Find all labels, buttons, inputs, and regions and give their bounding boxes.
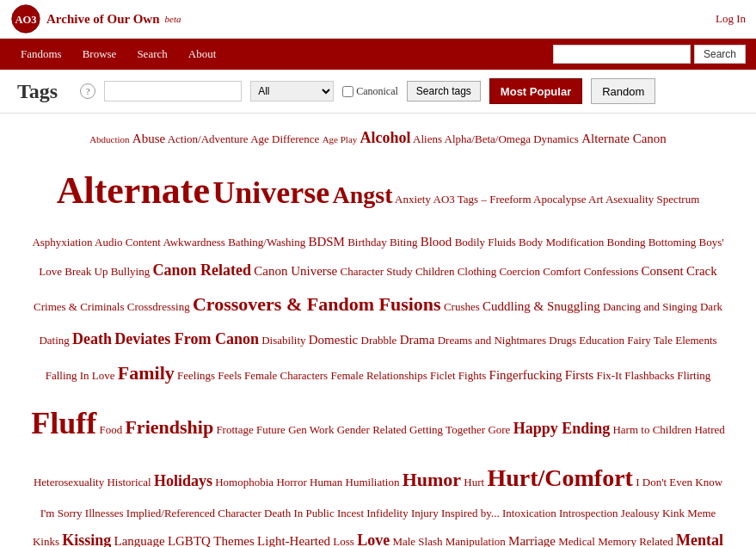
tag-item[interactable]: Alternate — [57, 169, 210, 212]
tag-item[interactable]: Death — [72, 330, 112, 347]
tag-item[interactable]: Human — [310, 476, 342, 489]
tag-item[interactable]: I'm Sorry — [40, 507, 83, 519]
tag-item[interactable]: Inspired by... — [441, 507, 500, 519]
tag-item[interactable]: Gen Work — [288, 423, 334, 436]
tag-item[interactable]: Anxiety — [395, 193, 431, 206]
tag-item[interactable]: Female Relationships — [330, 369, 427, 382]
tag-item[interactable]: Family — [118, 362, 175, 384]
tag-item[interactable]: Canon Related — [152, 261, 251, 279]
tag-item[interactable]: Dating — [39, 334, 69, 347]
tag-item[interactable]: LGBTQ Themes — [168, 534, 255, 547]
tag-item[interactable]: Dark — [700, 300, 722, 313]
tag-item[interactable]: Education — [579, 334, 624, 347]
tag-item[interactable]: Heterosexuality — [34, 476, 104, 489]
tag-item[interactable]: Hurt — [464, 476, 484, 489]
tag-item[interactable]: Abuse — [132, 132, 165, 145]
tag-item[interactable]: Holidays — [154, 472, 212, 489]
tag-item[interactable]: Confessions — [584, 265, 639, 278]
tag-item[interactable]: BDSM — [308, 235, 345, 249]
tag-item[interactable]: Crossovers & Fandom Fusions — [193, 293, 441, 315]
tag-item[interactable]: Character Study — [341, 265, 413, 278]
tag-item[interactable]: Language — [114, 534, 164, 547]
tag-item[interactable]: Drabble — [361, 334, 397, 347]
tag-type-select[interactable]: All Fandom Character Relationship Freefo… — [250, 81, 334, 101]
tag-item[interactable]: Loss — [333, 535, 354, 547]
tag-item[interactable]: Drama — [400, 333, 435, 347]
tag-item[interactable]: Action/Adventure — [168, 132, 249, 145]
random-button[interactable]: Random — [591, 78, 655, 104]
tag-item[interactable]: Firsts — [565, 368, 593, 382]
help-icon[interactable]: ? — [80, 83, 95, 99]
tag-item[interactable]: Flashbacks — [624, 369, 674, 382]
tag-item[interactable]: Angst — [333, 181, 393, 208]
tag-item[interactable]: Kink Meme — [662, 507, 716, 519]
tag-item[interactable]: Humiliation — [346, 476, 400, 489]
nav-about[interactable]: About — [178, 39, 227, 70]
tag-item[interactable]: Friendship — [125, 416, 213, 438]
tag-item[interactable]: I Don't Even Know — [636, 476, 722, 489]
tag-item[interactable]: Bonding — [607, 236, 646, 249]
tag-item[interactable]: AO3 Tags – Freeform — [433, 193, 532, 206]
tag-item[interactable]: Alternate Canon — [581, 132, 667, 145]
nav-fandoms[interactable]: Fandoms — [10, 39, 72, 70]
tag-item[interactable]: Hurt/Comfort — [487, 464, 633, 491]
tag-item[interactable]: Crack — [686, 264, 717, 278]
tag-item[interactable]: Coercion — [499, 265, 540, 278]
tag-item[interactable]: Blood — [421, 235, 452, 249]
nav-browse[interactable]: Browse — [72, 39, 127, 70]
tag-item[interactable]: Dreams and Nightmares — [438, 334, 546, 347]
nav-search-input[interactable] — [553, 45, 691, 64]
tag-item[interactable]: Infidelity — [366, 507, 408, 519]
tag-item[interactable]: Hatred — [694, 423, 724, 436]
tag-item[interactable]: Fights — [458, 369, 487, 382]
tag-item[interactable]: Horror — [276, 476, 306, 489]
tag-item[interactable]: Female Characters — [244, 369, 328, 382]
tag-item[interactable]: Bodily Fluids — [455, 236, 516, 249]
search-tags-button[interactable]: Search tags — [407, 81, 481, 101]
tag-item[interactable]: Crossdressing — [127, 300, 190, 313]
tag-item[interactable]: Food — [99, 423, 122, 436]
tag-item[interactable]: Fingerfucking — [489, 368, 562, 382]
tag-item[interactable]: Deviates From Canon — [114, 330, 259, 347]
tag-item[interactable]: Aliens — [413, 132, 442, 145]
tag-item[interactable]: Gore — [488, 423, 510, 436]
tag-item[interactable]: Gender Related — [337, 423, 407, 436]
tag-item[interactable]: Harm to Children — [612, 423, 691, 436]
tag-item[interactable]: Age Play — [323, 134, 358, 144]
tag-item[interactable]: Marriage — [508, 534, 556, 547]
tag-item[interactable]: Age Difference — [250, 132, 319, 145]
tag-item[interactable]: Disability — [261, 334, 305, 347]
tag-item[interactable]: Historical — [107, 476, 151, 489]
tag-item[interactable]: Future — [256, 423, 286, 436]
tag-item[interactable]: Drugs — [549, 334, 576, 347]
tag-item[interactable]: Incest — [337, 507, 364, 519]
canonical-checkbox[interactable] — [342, 86, 353, 97]
tag-item[interactable]: Happy Ending — [513, 420, 611, 437]
nav-search-button[interactable]: Search — [694, 45, 746, 64]
tag-item[interactable]: Bathing/Washing — [228, 236, 305, 249]
tag-item[interactable]: Children — [415, 265, 455, 278]
tag-item[interactable]: Art — [588, 193, 603, 206]
tag-item[interactable]: Light-Hearted — [257, 534, 330, 547]
tag-item[interactable]: Bottoming — [648, 236, 697, 249]
tag-item[interactable]: Getting Together — [409, 423, 485, 436]
tag-item[interactable]: Intoxication — [502, 507, 556, 519]
nav-search[interactable]: Search — [126, 39, 177, 70]
tag-item[interactable]: Jealousy — [621, 507, 660, 519]
tag-item[interactable]: Apocalypse — [533, 193, 586, 206]
tag-item[interactable]: Asexuality Spectrum — [605, 193, 699, 206]
tag-item[interactable]: Crimes & Criminals — [34, 300, 124, 313]
tag-item[interactable]: Abduction — [89, 134, 129, 144]
tag-item[interactable]: Biting — [390, 236, 418, 249]
tag-item[interactable]: Cuddling & Snuggling — [482, 299, 600, 313]
tag-search-input[interactable] — [104, 81, 242, 101]
tag-item[interactable]: Feelings — [177, 369, 215, 382]
most-popular-button[interactable]: Most Popular — [489, 78, 582, 104]
login-link[interactable]: Log In — [716, 12, 746, 26]
tag-item[interactable]: Kissing — [62, 532, 111, 547]
tag-item[interactable]: Domestic — [309, 333, 359, 347]
tag-item[interactable]: Alpha/Beta/Omega Dynamics — [445, 132, 579, 145]
tag-item[interactable]: Canon Universe — [254, 264, 337, 278]
tag-item[interactable]: Fluff — [31, 406, 96, 440]
tag-item[interactable]: Manipulation — [446, 535, 506, 547]
